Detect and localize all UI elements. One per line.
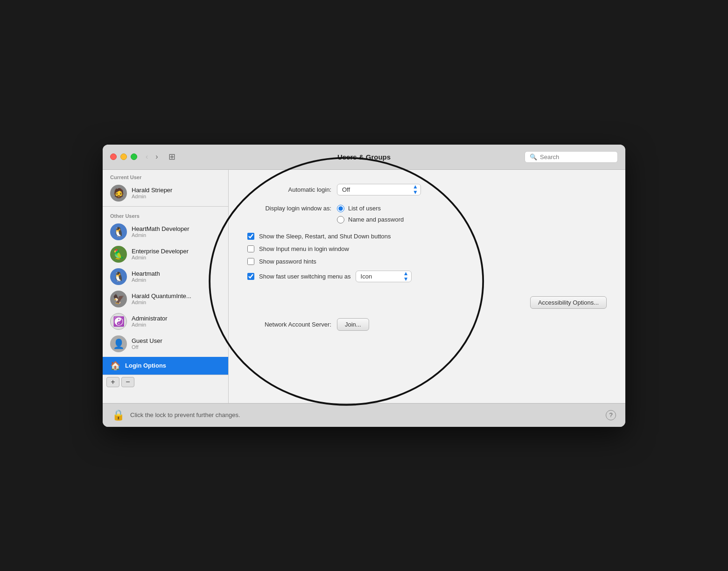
user-info-strieper: Harald Strieper Admin (132, 187, 172, 199)
remove-user-button[interactable]: − (121, 377, 134, 387)
maximize-button[interactable] (131, 153, 137, 160)
user-item-administrator[interactable]: ☯️ Administrator Admin (103, 310, 228, 333)
user-info-heartmath: Heartmath Admin (132, 270, 160, 283)
add-user-button[interactable]: + (106, 377, 119, 387)
checkbox-row-fast-user: Show fast user switching menu as Icon ▲ … (247, 271, 607, 282)
home-icon: 🏠 (110, 361, 120, 371)
automatic-login-row: Automatic login: Off ▲ ▼ (247, 184, 607, 195)
avatar-heartmath-dev: 🐧 (110, 223, 127, 240)
lock-icon[interactable]: 🔒 (112, 409, 125, 421)
forward-button[interactable]: › (153, 152, 161, 162)
checkbox-fast-user[interactable] (247, 273, 254, 280)
user-item-heartmath[interactable]: 🐧 Heartmath Admin (103, 265, 228, 288)
user-role-guest: Off (132, 344, 162, 350)
login-options-label: Login Options (125, 362, 166, 369)
radio-label-list: List of users (348, 205, 381, 212)
user-info-heartmath-dev: HeartMath Developer Admin (132, 225, 189, 238)
user-item-current[interactable]: 🧔 Harald Strieper Admin (103, 182, 228, 204)
automatic-login-label: Automatic login: (247, 186, 331, 193)
radio-row-list: List of users (337, 205, 404, 212)
checkbox-label-input-menu: Show Input menu in login window (259, 245, 349, 252)
user-role-harald-quantum: Admin (132, 299, 191, 305)
fast-user-select[interactable]: Icon (356, 271, 412, 282)
user-info-administrator: Administrator Admin (132, 315, 168, 327)
user-info-guest: Guest User Off (132, 337, 162, 350)
grid-icon[interactable]: ⊞ (168, 152, 175, 162)
checkbox-password-hints[interactable] (247, 258, 254, 265)
display-login-radio-group: List of users Name and password (337, 205, 404, 223)
checkbox-label-sleep: Show the Sleep, Restart, and Shut Down b… (259, 233, 391, 240)
network-label: Network Account Server: (247, 321, 331, 328)
sidebar-actions: + − (103, 375, 228, 389)
accessibility-row: Accessibility Options... (247, 296, 607, 309)
checkbox-row-sleep: Show the Sleep, Restart, and Shut Down b… (247, 233, 607, 240)
user-item-harald-quantum[interactable]: 🦅 Harald QuantumInte... Admin (103, 288, 228, 310)
checkbox-input-menu[interactable] (247, 245, 254, 252)
checkbox-rows: Show the Sleep, Restart, and Shut Down b… (247, 233, 607, 282)
user-name-strieper: Harald Strieper (132, 187, 172, 194)
display-login-label: Display login window as: (247, 205, 331, 212)
user-item-heartmath-dev[interactable]: 🐧 HeartMath Developer Admin (103, 221, 228, 243)
minimize-button[interactable] (120, 153, 127, 160)
lock-text: Click the lock to prevent further change… (130, 411, 240, 418)
avatar-harald-quantum: 🦅 (110, 291, 127, 307)
automatic-login-select-wrapper: Off ▲ ▼ (337, 184, 421, 195)
user-role-administrator: Admin (132, 322, 168, 327)
traffic-lights (110, 153, 137, 160)
bottom-bar: 🔒 Click the lock to prevent further chan… (103, 403, 625, 427)
fast-user-select-wrapper: Icon ▲ ▼ (356, 271, 412, 282)
checkbox-sleep[interactable] (247, 233, 254, 240)
sidebar-divider (103, 206, 228, 207)
radio-name-password[interactable] (337, 216, 344, 223)
accessibility-options-button[interactable]: Accessibility Options... (530, 296, 607, 309)
nav-buttons: ‹ › (143, 152, 161, 162)
avatar-heartmath: 🐧 (110, 268, 127, 285)
search-input[interactable] (540, 153, 613, 160)
radio-label-name: Name and password (348, 216, 404, 223)
back-button[interactable]: ‹ (143, 152, 151, 162)
user-role-heartmath-dev: Admin (132, 232, 189, 238)
user-item-guest[interactable]: 👤 Guest User Off (103, 333, 228, 355)
radio-row-name: Name and password (337, 216, 404, 223)
avatar-enterprise-dev: 🦜 (110, 246, 127, 263)
display-login-row: Display login window as: List of users N… (247, 205, 607, 223)
help-button[interactable]: ? (606, 410, 616, 420)
user-name-harald-quantum: Harald QuantumInte... (132, 292, 191, 299)
titlebar: ‹ › ⊞ Users & Groups 🔍 (103, 145, 625, 170)
avatar-administrator: ☯️ (110, 313, 127, 330)
main-content: Automatic login: Off ▲ ▼ Display login w… (229, 170, 625, 403)
close-button[interactable] (110, 153, 117, 160)
user-role-strieper: Admin (132, 194, 172, 199)
user-name-guest: Guest User (132, 337, 162, 344)
user-item-enterprise-dev[interactable]: 🦜 Enterprise Developer Admin (103, 243, 228, 265)
checkbox-label-password-hints: Show password hints (259, 258, 316, 265)
user-info-harald-quantum: Harald QuantumInte... Admin (132, 292, 191, 305)
search-box[interactable]: 🔍 (525, 151, 618, 163)
login-options-item[interactable]: 🏠 Login Options (103, 357, 228, 375)
user-role-heartmath: Admin (132, 277, 160, 283)
user-name-heartmath-dev: HeartMath Developer (132, 225, 189, 232)
user-info-enterprise-dev: Enterprise Developer Admin (132, 248, 189, 260)
avatar-strieper: 🧔 (110, 185, 127, 202)
other-users-label: Other Users (103, 209, 228, 221)
checkbox-row-password-hints: Show password hints (247, 258, 607, 265)
checkbox-row-input-menu: Show Input menu in login window (247, 245, 607, 252)
join-button[interactable]: Join... (337, 318, 369, 331)
checkbox-label-fast-user: Show fast user switching menu as (259, 273, 351, 280)
main-window: ‹ › ⊞ Users & Groups 🔍 Current User 🧔 Ha… (103, 145, 625, 427)
avatar-guest: 👤 (110, 335, 127, 352)
automatic-login-select[interactable]: Off (337, 184, 421, 195)
content-area: Current User 🧔 Harald Strieper Admin Oth… (103, 170, 625, 403)
user-role-enterprise-dev: Admin (132, 255, 189, 260)
current-user-label: Current User (103, 170, 228, 182)
user-name-enterprise-dev: Enterprise Developer (132, 248, 189, 255)
user-name-heartmath: Heartmath (132, 270, 160, 277)
network-row: Network Account Server: Join... (247, 318, 607, 331)
sidebar: Current User 🧔 Harald Strieper Admin Oth… (103, 170, 229, 403)
window-title: Users & Groups (337, 153, 391, 161)
user-name-administrator: Administrator (132, 315, 168, 322)
radio-list-of-users[interactable] (337, 205, 344, 212)
search-icon: 🔍 (530, 153, 537, 160)
